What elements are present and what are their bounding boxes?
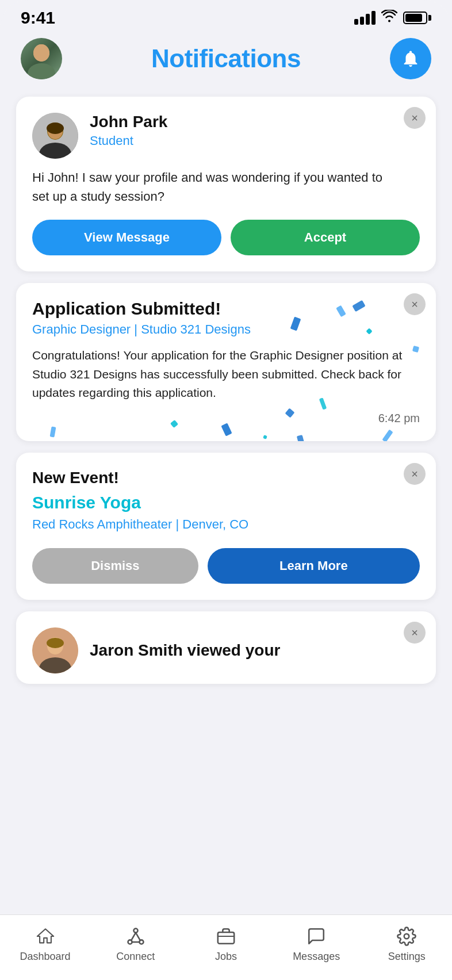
card1-actions: View Message Accept bbox=[32, 220, 420, 255]
accept-button[interactable]: Accept bbox=[231, 220, 420, 255]
nav-label-connect: Connect bbox=[116, 951, 155, 963]
card1-info: John Park Student bbox=[90, 113, 167, 148]
nav-item-jobs[interactable]: Jobs bbox=[197, 925, 255, 963]
nav-item-dashboard[interactable]: Dashboard bbox=[17, 925, 74, 963]
notifications-list: × John Park Student bbox=[0, 91, 452, 684]
card4-header: Jaron Smith viewed your bbox=[32, 627, 420, 673]
card-close-button[interactable]: × bbox=[404, 622, 426, 644]
card1-role: Student bbox=[90, 133, 167, 148]
nav-label-messages: Messages bbox=[293, 951, 340, 963]
nav-item-connect[interactable]: Connect bbox=[107, 925, 164, 963]
messages-icon bbox=[305, 925, 327, 947]
jaron-smith-avatar bbox=[32, 627, 78, 673]
svg-line-16 bbox=[136, 933, 140, 940]
card3-header: New Event! bbox=[32, 469, 420, 487]
battery-icon bbox=[403, 12, 431, 24]
card-close-button[interactable]: × bbox=[404, 463, 426, 485]
home-icon bbox=[35, 925, 56, 947]
svg-point-20 bbox=[404, 934, 409, 939]
card3-event-name: Sunrise Yoga bbox=[32, 493, 420, 512]
svg-line-15 bbox=[131, 933, 136, 940]
status-icons bbox=[354, 10, 431, 26]
card1-header: John Park Student bbox=[32, 113, 420, 159]
settings-icon bbox=[396, 925, 417, 947]
card3-actions: Dismiss Learn More bbox=[32, 548, 420, 584]
signal-icon bbox=[354, 11, 376, 25]
nav-label-settings: Settings bbox=[388, 951, 426, 963]
view-message-button[interactable]: View Message bbox=[32, 220, 221, 255]
card2-timestamp: 6:42 pm bbox=[32, 412, 420, 425]
status-bar: 9:41 bbox=[0, 0, 452, 32]
page-title: Notifications bbox=[151, 44, 301, 73]
card3-location: Red Rocks Amphitheater | Denver, CO bbox=[32, 517, 420, 532]
svg-point-11 bbox=[47, 638, 64, 648]
notification-bell-button[interactable] bbox=[390, 38, 431, 79]
bell-icon bbox=[401, 49, 420, 68]
card1-name: John Park bbox=[90, 113, 167, 131]
nav-item-settings[interactable]: Settings bbox=[378, 925, 435, 963]
notification-card-jaron-smith: × Jaron Smith viewed your bbox=[16, 611, 436, 684]
jobs-icon bbox=[215, 925, 237, 947]
bottom-navigation: Dashboard Connect bbox=[0, 914, 452, 980]
status-time: 9:41 bbox=[21, 8, 55, 28]
card2-body: Congratulations! Your application for th… bbox=[32, 346, 420, 403]
notification-card-event: × New Event! Sunrise Yoga Red Rocks Amph… bbox=[16, 453, 436, 600]
card4-text: Jaron Smith viewed your bbox=[90, 641, 280, 660]
svg-point-7 bbox=[47, 122, 64, 134]
connect-icon bbox=[125, 925, 147, 947]
svg-point-2 bbox=[33, 44, 49, 62]
page-header: Notifications bbox=[0, 32, 452, 91]
card-close-button[interactable]: × bbox=[404, 293, 426, 315]
notification-card-john-park: × John Park Student bbox=[16, 97, 436, 271]
dismiss-button[interactable]: Dismiss bbox=[32, 548, 198, 584]
notification-card-application: × Application Submitted! Graphic Designe… bbox=[16, 283, 436, 441]
wifi-icon bbox=[381, 10, 397, 26]
john-park-avatar bbox=[32, 113, 78, 159]
card2-subtitle: Graphic Designer | Studio 321 Designs bbox=[32, 322, 420, 337]
learn-more-button[interactable]: Learn More bbox=[208, 548, 420, 584]
card2-title: Application Submitted! bbox=[32, 299, 420, 319]
nav-label-dashboard: Dashboard bbox=[20, 951, 71, 963]
phone-frame: 9:41 bbox=[0, 0, 452, 980]
avatar[interactable] bbox=[21, 38, 62, 79]
nav-label-jobs: Jobs bbox=[215, 951, 237, 963]
nav-item-messages[interactable]: Messages bbox=[288, 925, 345, 963]
svg-rect-18 bbox=[218, 932, 234, 944]
svg-point-1 bbox=[28, 63, 55, 79]
card1-message: Hi John! I saw your profile and was wond… bbox=[32, 168, 420, 206]
card-close-button[interactable]: × bbox=[404, 107, 426, 129]
